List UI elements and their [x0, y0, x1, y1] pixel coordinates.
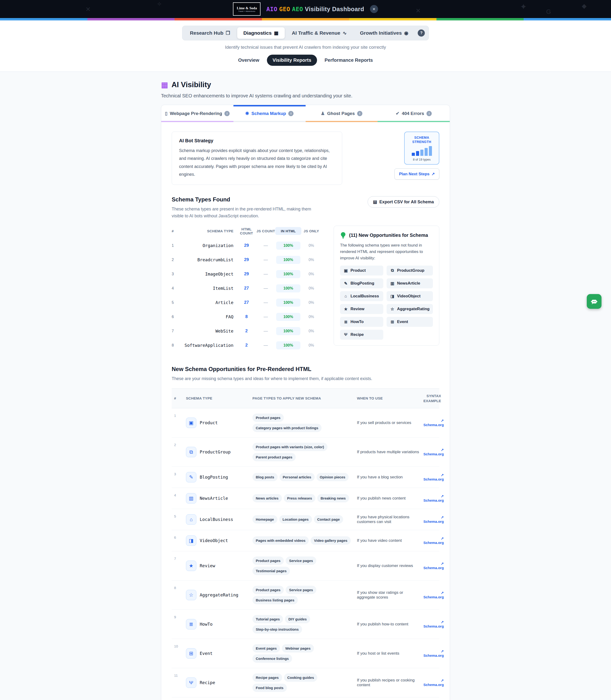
schema-org-link[interactable]: ↗ Schema.org: [423, 620, 444, 628]
grid-icon: ▦: [274, 30, 279, 36]
close-icon[interactable]: ✕: [370, 5, 378, 13]
chip-label: Event: [397, 319, 408, 324]
page-type-chip: Service pages: [286, 586, 316, 594]
html-count[interactable]: 29: [237, 257, 256, 262]
schema-org-link[interactable]: ↗ Schema.org: [423, 418, 444, 427]
page-type-chip: Parent product pages: [252, 453, 296, 461]
schema-org-label: Schema.org: [423, 595, 444, 599]
tab-label: Webpage Pre-Rendering: [170, 111, 222, 116]
found-table-header: # SCHEMA TYPE HTML COUNT JS COUNT IN HTM…: [172, 226, 326, 238]
chat-bot-button[interactable]: [587, 294, 601, 309]
page-type-chip: Product pages: [252, 556, 284, 565]
schema-type-name: VideoObject: [200, 538, 228, 543]
calendar-icon: ⊞: [390, 319, 395, 325]
strength-bar-chart: [412, 146, 432, 156]
export-csv-button[interactable]: ▤ Export CSV for All Schema: [368, 196, 439, 208]
info-icon[interactable]: i: [427, 111, 432, 116]
html-count[interactable]: 27: [237, 286, 256, 291]
row-number: 5: [172, 300, 182, 305]
schema-org-link[interactable]: ↗ Schema.org: [423, 591, 444, 599]
schema-org-link[interactable]: ↗ Schema.org: [423, 494, 444, 502]
schema-type-name: NewsArticle: [200, 496, 228, 501]
new-opportunities-panel: (11) New Opportunities for Schema The fo…: [334, 226, 439, 346]
syntax-link-cell: ↗ Schema.org: [423, 562, 446, 570]
strategy-title: AI Bot Strategy: [179, 138, 335, 144]
external-link-icon: ↗: [441, 494, 444, 498]
schema-org-link[interactable]: ↗ Schema.org: [423, 473, 444, 481]
rainbow-segment: [262, 18, 349, 20]
in-html-value: 100%: [276, 241, 300, 250]
opportunity-row: 5⌂LocalBusinessHomepageLocation pagesCon…: [172, 509, 439, 530]
card-tab-bar: ▯Webpage Pre-Renderingi❋Schema Markupi♟G…: [161, 105, 450, 122]
subtab-overview[interactable]: Overview: [233, 55, 265, 66]
header-decoration-icon: ✕: [86, 6, 91, 13]
html-count[interactable]: 27: [237, 300, 256, 305]
opportunity-chip-recipe: ΨRecipe: [340, 330, 383, 340]
in-html-value: 100%: [276, 270, 300, 278]
info-icon[interactable]: i: [224, 111, 229, 116]
col-when-to-use: WHEN TO USE: [357, 396, 423, 400]
tab-schema-markup[interactable]: ❋Schema Markupi: [234, 105, 306, 122]
schema-org-link[interactable]: ↗ Schema.org: [423, 536, 444, 545]
checklist-icon: ≣: [186, 619, 196, 629]
html-count[interactable]: 2: [237, 328, 256, 333]
rainbow-segment: [0, 18, 87, 20]
tab-webpage-pre-rendering[interactable]: ▯Webpage Pre-Renderingi: [161, 105, 234, 122]
schema-type-name: Event: [200, 651, 212, 656]
schema-type-cell: ⌂LocalBusiness: [186, 514, 252, 525]
storefront-icon: ⌂: [343, 294, 348, 299]
newspaper-icon: ▥: [390, 281, 395, 286]
page-type-chip: Personal articles: [280, 473, 315, 481]
schema-org-link[interactable]: ↗ Schema.org: [423, 448, 444, 456]
strength-bar: [424, 148, 428, 156]
header-decoration-icon: ◆: [582, 2, 586, 10]
nav-item-ai-traffic-revenue[interactable]: AI Traffic & Revenue∿: [286, 27, 353, 39]
rainbow-bar: [0, 18, 611, 20]
compass-icon: ◉: [404, 30, 408, 36]
info-icon[interactable]: i: [357, 111, 362, 116]
schema-org-label: Schema.org: [423, 683, 444, 687]
info-icon[interactable]: i: [288, 111, 294, 116]
page-type-chip: Location pages: [279, 515, 312, 523]
html-count[interactable]: 29: [237, 243, 256, 248]
col-syntax-example: SYNTAX EXAMPLE: [423, 393, 443, 403]
opportunities-title: (11) New Opportunities for Schema: [349, 233, 428, 238]
schema-found-row: 4ItemList27—100%0%: [172, 281, 326, 296]
opportunity-row: 2⧉ProductGroupProduct pages with variant…: [172, 437, 439, 467]
ai-visibility-card: ▯Webpage Pre-Renderingi❋Schema Markupi♟G…: [161, 105, 450, 700]
logo: Lime & Soda Travel + Adventures: [233, 2, 260, 16]
html-count[interactable]: 8: [237, 314, 256, 319]
col-schema-type: SCHEMA TYPE: [186, 396, 252, 400]
calendar-icon: ⊞: [186, 648, 196, 659]
html-count[interactable]: 2: [237, 343, 256, 348]
newspaper-icon: ▥: [186, 493, 196, 504]
schema-org-link[interactable]: ↗ Schema.org: [423, 515, 444, 523]
product-icon: ▣: [186, 418, 196, 428]
opportunity-chip-blogposting: ✎BlogPosting: [340, 278, 383, 288]
nav-item-diagnostics[interactable]: Diagnostics▦: [237, 27, 285, 39]
help-icon[interactable]: ?: [418, 29, 425, 36]
schema-org-link[interactable]: ↗ Schema.org: [423, 562, 444, 570]
schema-org-label: Schema.org: [423, 624, 444, 628]
schema-type-name: AggregateRating: [200, 592, 238, 597]
schema-types-found-table: # SCHEMA TYPE HTML COUNT JS COUNT IN HTM…: [172, 226, 326, 353]
opportunity-chip-product: ▣Product: [340, 266, 383, 275]
header-decoration-icon: G: [546, 8, 551, 15]
plan-next-steps-button[interactable]: Plan Next Steps ↗: [394, 168, 439, 180]
html-count[interactable]: 29: [237, 271, 256, 277]
tab-ghost-pages[interactable]: ♟Ghost Pagesi: [306, 105, 378, 122]
subtab-performance-reports[interactable]: Performance Reports: [319, 55, 378, 66]
schema-found-row: 3ImageObject29—100%0%: [172, 267, 326, 281]
schema-org-link[interactable]: ↗ Schema.org: [423, 649, 444, 657]
tab-404-errors[interactable]: ✔404 Errorsi: [377, 105, 450, 122]
nav-item-growth-initiatives[interactable]: Growth Initiatives◉: [354, 27, 415, 39]
utensils-icon: Ψ: [186, 677, 196, 688]
schema-org-label: Schema.org: [423, 423, 444, 427]
syntax-link-cell: ↗ Schema.org: [423, 494, 446, 503]
opportunity-chip-howto: ≣HowTo: [340, 317, 383, 327]
subtab-visibility-reports[interactable]: Visibility Reports: [267, 55, 317, 66]
schema-org-link[interactable]: ↗ Schema.org: [423, 679, 444, 687]
opportunity-chip-review: ★Review: [340, 304, 383, 314]
opp-table-header: # SCHEMA TYPE PAGE TYPES TO APPLY NEW SC…: [172, 388, 439, 408]
nav-item-research-hub[interactable]: Research Hub❐: [184, 27, 236, 39]
